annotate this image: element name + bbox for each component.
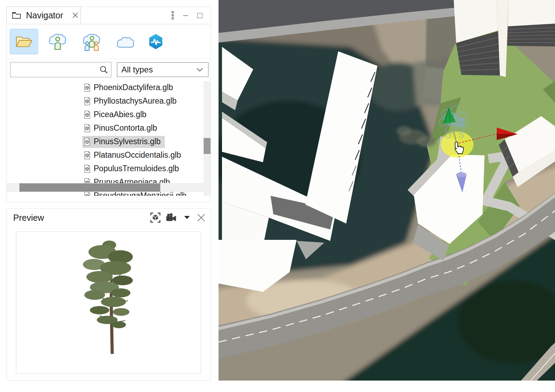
itwin-logo-icon	[148, 34, 163, 50]
more-options-icon[interactable]	[171, 10, 174, 21]
window-title: Navigator	[26, 10, 63, 20]
cloud-storage-button[interactable]	[112, 29, 140, 54]
list-item[interactable]: PhoenixDactylifera.glb	[7, 81, 211, 95]
record-camera-icon[interactable]	[165, 213, 177, 223]
search-box[interactable]	[10, 62, 111, 77]
navigator-toolbar	[7, 24, 211, 59]
itwin-button[interactable]	[146, 29, 165, 54]
dropdown-caret-icon[interactable]	[184, 216, 190, 219]
glb-file-icon	[84, 151, 91, 160]
navigator-titlebar: Navigator	[7, 7, 211, 24]
folder-open-icon	[14, 34, 34, 50]
3d-viewport[interactable]	[219, 0, 555, 381]
local-files-button[interactable]	[10, 29, 38, 54]
glb-file-icon	[84, 110, 91, 119]
file-name: PopulusTremuloides.glb	[94, 164, 179, 173]
tree-foliage	[83, 241, 133, 328]
file-name: PlatanusOccidentalis.glb	[94, 150, 181, 160]
cloud-shared-button[interactable]	[78, 29, 106, 54]
glb-file-icon	[84, 124, 91, 133]
vertical-scrollbar[interactable]	[204, 81, 211, 196]
list-item[interactable]: PlatanusOccidentalis.glb	[7, 149, 211, 162]
file-name: PiceaAbies.glb	[94, 110, 146, 119]
fit-view-cube-icon[interactable]	[150, 212, 161, 224]
list-item[interactable]: PopulusTremuloides.glb	[7, 162, 211, 176]
list-item[interactable]: PiceaAbies.glb	[7, 108, 211, 122]
file-name: PhoenixDactylifera.glb	[94, 83, 173, 92]
file-name: PinusContorta.glb	[94, 123, 157, 133]
horizontal-scrollbar-thumb[interactable]	[19, 183, 160, 192]
search-row: All types	[7, 59, 211, 80]
cloud-people-icon	[81, 32, 103, 51]
list-item[interactable]: PhyllostachysAurea.glb	[7, 95, 211, 108]
preview-title: Preview	[7, 213, 44, 223]
glb-file-icon	[84, 97, 91, 106]
file-name: PinusSylvestris.glb	[94, 137, 161, 146]
search-input[interactable]	[10, 62, 99, 77]
list-item[interactable]: PinusSylvestris.glb	[7, 135, 211, 149]
minimize-icon[interactable]	[183, 13, 188, 18]
tab-navigator[interactable]: Navigator	[6, 7, 81, 24]
cloud-personal-button[interactable]	[44, 29, 72, 54]
chevron-down-icon	[196, 67, 203, 72]
tree-preview-image	[16, 232, 201, 373]
horizontal-scrollbar[interactable]	[7, 183, 211, 192]
list-item[interactable]: PinusContorta.glb	[7, 122, 211, 135]
type-filter-value: All types	[121, 65, 153, 75]
glb-file-icon	[84, 137, 91, 146]
glb-file-icon	[84, 83, 91, 92]
type-filter-select[interactable]: All types	[117, 62, 208, 77]
cloud-icon	[115, 34, 137, 50]
preview-window: Preview	[6, 208, 211, 381]
file-name: PhyllostachysAurea.glb	[94, 96, 177, 106]
file-list: PhoenixDactylifera.glb PhyllostachysAure…	[7, 81, 211, 196]
navigator-window: Navigator	[6, 7, 211, 202]
search-icon[interactable]	[99, 65, 111, 74]
glb-file-icon	[84, 164, 91, 173]
maximize-icon[interactable]	[197, 12, 203, 19]
tab-close-icon[interactable]	[72, 12, 78, 18]
preview-canvas[interactable]	[16, 232, 201, 374]
preview-header: Preview	[7, 209, 211, 227]
cloud-person-icon	[47, 32, 69, 51]
vertical-scrollbar-thumb[interactable]	[204, 138, 211, 154]
folder-tab-icon	[12, 11, 21, 19]
preview-close-icon[interactable]	[197, 213, 206, 222]
